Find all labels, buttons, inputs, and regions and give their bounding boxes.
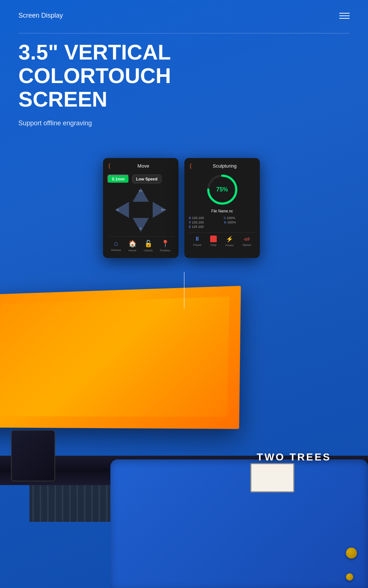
file-name: File Name.nc: [189, 209, 255, 213]
brand-logo: TWO TREES: [257, 451, 331, 463]
stop-icon: [210, 236, 217, 242]
speed-button[interactable]: Low Speed: [132, 175, 162, 183]
progress-ring-container: 75%: [189, 173, 255, 206]
header: Screen Display: [0, 0, 368, 27]
dpad-right-label: X+: [161, 208, 165, 212]
control-knob: [346, 548, 357, 559]
s-label: S: [224, 216, 227, 220]
unlock-button[interactable]: 🔓 Unlock: [144, 240, 152, 252]
z-coord: Z 125.100: [189, 225, 221, 229]
sculpt-back-arrow-icon[interactable]: ⟨: [190, 162, 192, 169]
page-title: Screen Display: [18, 12, 63, 19]
s-coord: S 100%: [224, 216, 256, 220]
main-content: 3.5" VERTICAL COLORTOUCH SCREEN Support …: [18, 40, 221, 127]
x-value: 125.100: [192, 216, 204, 220]
speed-icon: 🏎: [244, 236, 250, 242]
hamburger-line-2: [339, 15, 350, 16]
hamburger-line-1: [339, 13, 350, 14]
home-label: Home: [128, 249, 136, 252]
pause-label: Pause: [193, 243, 202, 247]
pause-button[interactable]: ⏸ Pause: [193, 236, 202, 247]
stop-label: Stop: [210, 243, 216, 247]
fan-coord: ⊛ 100%: [224, 220, 256, 224]
y-value: 125.100: [192, 220, 204, 224]
laser-head: [11, 430, 55, 481]
position-button[interactable]: 📍 Position: [160, 240, 170, 252]
move-screen-header: ⟨ Move: [107, 162, 174, 169]
screens-container: ⟨ Move 0.1mm Low Speed Y+ Y- X- X+ ⌂: [103, 158, 265, 258]
coordinates-grid: X 125.100 S 100% Y 125.100 ⊛ 100% Z 125.…: [189, 216, 255, 229]
z-label: Z: [189, 225, 192, 229]
progress-percent: 75%: [216, 186, 228, 193]
orange-cover-panel: [0, 286, 241, 429]
power-button[interactable]: ⚡ Power: [226, 236, 234, 247]
unlock-label: Unlock: [144, 249, 152, 252]
back-arrow-icon[interactable]: ⟨: [108, 162, 110, 169]
power-label: Power: [226, 244, 234, 247]
fan-value: 100%: [227, 220, 236, 224]
move-screen: ⟨ Move 0.1mm Low Speed Y+ Y- X- X+ ⌂: [103, 158, 178, 258]
small-knob: [346, 573, 353, 581]
sculpt-bottom-controls: ⏸ Pause Stop ⚡ Power 🏎 Speed: [189, 232, 255, 247]
home-button[interactable]: 🏠 Home: [128, 240, 137, 252]
sculpting-screen-header: ⟨ Sculpturing: [189, 162, 255, 169]
move-screen-title: Move: [113, 163, 173, 169]
position-label: Position: [160, 249, 170, 252]
move-controls: 0.1mm Low Speed Y+ Y- X- X+ ⌂ HHome 🏠: [107, 173, 174, 254]
move-bottom-icons: ⌂ HHome 🏠 Home 🔓 Unlock 📍 Position: [107, 236, 174, 252]
s-value: 100%: [227, 216, 235, 220]
position-icon: 📍: [161, 240, 169, 248]
title-line-2: COLORTOUCH SCREEN: [18, 64, 171, 111]
dpad-down-label: Y-: [139, 227, 142, 230]
hhome-button[interactable]: ⌂ HHome: [111, 240, 121, 252]
hamburger-line-3: [339, 18, 350, 19]
fan-icon: ⊛: [224, 220, 228, 224]
z-value: 125.100: [192, 225, 204, 229]
unlock-icon: 🔓: [144, 240, 152, 248]
directional-pad: Y+ Y- X- X+: [115, 188, 167, 232]
main-title: 3.5" VERTICAL COLORTOUCH SCREEN: [18, 40, 221, 111]
hhome-icon: ⌂: [114, 240, 118, 247]
title-line-1: 3.5" VERTICAL: [18, 40, 171, 64]
speed-label: Speed: [243, 243, 251, 247]
sculpting-screen-title: Sculpturing: [195, 163, 255, 169]
pause-icon: ⏸: [194, 236, 200, 242]
step-button[interactable]: 0.1mm: [107, 175, 129, 183]
hhome-label: HHome: [111, 248, 121, 252]
power-icon: ⚡: [226, 236, 233, 243]
connector-line: [184, 272, 184, 309]
menu-button[interactable]: [339, 13, 350, 19]
stop-button[interactable]: Stop: [210, 236, 217, 247]
machine-base: TWO TREES: [110, 459, 368, 588]
header-divider: [18, 33, 350, 33]
speed-dial-button[interactable]: 🏎 Speed: [243, 236, 251, 247]
progress-ring: 75%: [206, 173, 239, 206]
physical-screen: [250, 463, 294, 492]
step-speed-row: 0.1mm Low Speed: [107, 175, 174, 183]
x-coord: X 125.100: [189, 216, 221, 220]
x-label: X: [189, 216, 192, 220]
y-coord: Y 125.100: [189, 220, 221, 224]
subtitle: Support offline engraving: [18, 119, 221, 127]
dpad-up-label: Y+: [139, 189, 143, 193]
dpad-left-label: X-: [117, 208, 120, 212]
home-icon: 🏠: [128, 240, 137, 248]
sculpting-screen: ⟨ Sculpturing 75% File Name.nc X 125.100…: [184, 158, 260, 258]
